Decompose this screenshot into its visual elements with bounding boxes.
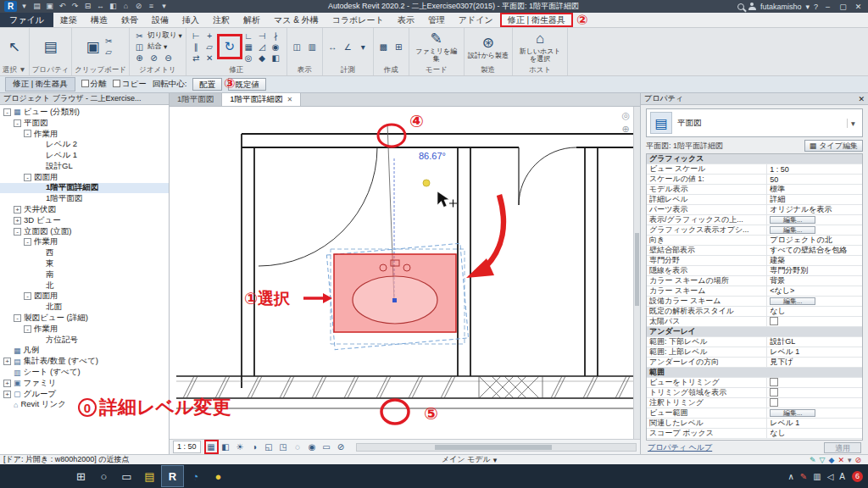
exclude-options-icon[interactable]: ✕ xyxy=(837,456,844,464)
properties-button[interactable]: ▤ xyxy=(44,39,58,55)
thin-lines-icon[interactable]: ≡ xyxy=(146,1,157,12)
chevron-down-icon[interactable]: ▾ xyxy=(847,119,859,128)
tree-item[interactable]: - 平面図 xyxy=(0,118,169,129)
vertical-scrollbar[interactable] xyxy=(633,107,640,439)
search-icon[interactable] xyxy=(737,3,744,10)
tree-item[interactable]: 南 xyxy=(0,269,169,280)
close-icon[interactable]: ✕ xyxy=(858,95,865,103)
mirror-icon[interactable]: ⇄ xyxy=(190,53,203,64)
tree-toggle-icon[interactable]: - xyxy=(14,119,21,127)
horizontal-scrollbar[interactable] xyxy=(356,443,637,452)
notification-badge[interactable]: 6 xyxy=(852,471,863,482)
tree-item[interactable]: + 天井伏図 xyxy=(0,204,169,215)
tree-item[interactable]: - 作業用 xyxy=(0,237,169,248)
place-button[interactable]: 配置 xyxy=(192,78,222,91)
app-icon[interactable]: ● xyxy=(207,465,230,487)
property-value[interactable]: 編集... xyxy=(770,409,815,417)
section-icon[interactable]: ⊘ xyxy=(133,1,144,12)
edit-family-button[interactable]: ✎ ファミリを編集 xyxy=(413,30,460,63)
tree-item[interactable]: 1階平面詳細図 xyxy=(0,183,169,194)
view-tool-2-icon[interactable]: ▥ xyxy=(306,42,319,53)
geometry-tool-1-icon[interactable]: ⊕ xyxy=(133,53,146,64)
project-browser-header[interactable]: プロジェクト ブラウザ - 二上Exercise... xyxy=(0,93,169,105)
property-value[interactable]: 編集... xyxy=(770,216,815,224)
tree-toggle-icon[interactable]: - xyxy=(24,325,31,333)
ribbon-tab[interactable]: 設備 xyxy=(145,13,175,27)
tree-item[interactable]: - 作業用 xyxy=(0,324,169,335)
tree-item[interactable]: - 図面用 xyxy=(0,291,169,302)
tree-toggle-icon[interactable]: - xyxy=(24,130,31,137)
tree-toggle-icon[interactable]: - xyxy=(14,314,21,322)
property-value[interactable]: なし xyxy=(767,306,862,317)
tree-item[interactable]: + 3D ビュー xyxy=(0,215,169,226)
property-value[interactable]: 編集... xyxy=(770,226,815,234)
search-icon[interactable]: ○ xyxy=(92,465,115,487)
tree-item[interactable]: 西 xyxy=(0,247,169,258)
ribbon-tab[interactable]: 解析 xyxy=(236,13,267,27)
steering-wheel-icon[interactable]: ◎ xyxy=(621,110,630,121)
pen-icon[interactable]: ✎ xyxy=(800,472,807,481)
copy-icon[interactable]: ▱ xyxy=(203,42,216,53)
geometry-tool-2-icon[interactable]: ⊘ xyxy=(147,53,160,64)
cut-clipboard-icon[interactable]: ✂ xyxy=(103,36,115,47)
revit-taskbar-icon[interactable]: R xyxy=(161,465,184,487)
design-to-fabrication-button[interactable]: ⊛ 設計から製造 xyxy=(468,35,509,59)
tree-item[interactable]: レベル 2 xyxy=(0,139,169,150)
select-pinned-icon[interactable]: ⊘ xyxy=(854,456,861,464)
save-icon[interactable]: ▣ xyxy=(44,1,55,12)
ribbon-tab[interactable]: マス & 外構 xyxy=(267,13,326,27)
tree-toggle-icon[interactable]: - xyxy=(14,228,21,236)
user-dropdown-icon[interactable]: ▾ xyxy=(805,3,810,11)
geometry-tool-3-icon[interactable]: ⊖ xyxy=(162,53,175,64)
crop-view-icon[interactable]: ◱ xyxy=(263,441,275,453)
tree-toggle-icon[interactable]: - xyxy=(24,292,31,300)
view-scale-button[interactable]: 1 : 50 xyxy=(173,441,201,453)
tree-toggle-icon[interactable]: - xyxy=(24,174,31,181)
tree-item[interactable]: - 図面用 xyxy=(0,172,169,183)
hide-analytical-icon[interactable]: ⊘ xyxy=(335,441,348,453)
tree-item[interactable]: - 作業用 xyxy=(0,129,169,140)
open-icon[interactable]: ▤ xyxy=(31,1,42,12)
tray-expand-icon[interactable]: ∧ xyxy=(787,472,793,481)
move-icon[interactable]: + xyxy=(203,30,216,42)
close-button[interactable]: ✕ xyxy=(853,3,864,11)
copy-clipboard-icon[interactable]: ▱ xyxy=(103,47,115,58)
tree-item[interactable]: 方位記号 xyxy=(0,335,169,346)
print-icon[interactable]: ⊟ xyxy=(82,1,93,12)
tree-item[interactable]: レベル 1 xyxy=(0,150,169,161)
minimize-button[interactable]: – xyxy=(822,3,833,11)
display-icon[interactable]: ▥ xyxy=(813,472,821,481)
property-value[interactable]: オリジナルを表示 xyxy=(767,204,862,215)
tree-item[interactable]: ▦ 凡例 xyxy=(0,346,169,357)
file-explorer-icon[interactable]: ▤ xyxy=(138,465,161,487)
ribbon-tab[interactable]: 表示 xyxy=(391,13,421,27)
edit-type-button[interactable]: ▦ タイプ編集 xyxy=(804,140,863,152)
type-selector[interactable]: ▤ 平面図 ▾ xyxy=(646,108,863,137)
unpin-icon[interactable]: ◎ xyxy=(242,53,255,64)
ribbon-tab[interactable]: 管理 xyxy=(421,13,452,27)
apply-button[interactable]: 適用 xyxy=(824,442,861,453)
array-icon[interactable]: ▦ xyxy=(242,42,255,53)
help-icon[interactable]: ? xyxy=(814,3,818,11)
pin-icon[interactable]: ◉ xyxy=(270,42,282,53)
angle-tool-icon[interactable]: ∠ xyxy=(342,42,354,53)
tree-toggle-icon[interactable]: + xyxy=(14,206,21,214)
detail-level-icon[interactable]: ▦ xyxy=(205,441,218,453)
scrollbar-thumb[interactable] xyxy=(635,233,639,306)
ribbon-tab[interactable]: ファイル xyxy=(0,13,53,27)
property-row[interactable]: スコープ ボックス なし xyxy=(647,429,862,439)
ribbon-tab[interactable]: 挿入 xyxy=(175,13,206,27)
file-menu-arrow-icon[interactable]: ▾ xyxy=(19,1,30,12)
rotate-icon[interactable]: ↻ xyxy=(220,37,239,56)
tree-toggle-icon[interactable]: + xyxy=(3,358,11,365)
delete-icon[interactable]: ✕ xyxy=(203,53,216,64)
redo-icon[interactable]: ↷ xyxy=(70,1,81,12)
offset-icon[interactable]: ∥ xyxy=(190,42,203,53)
volume-icon[interactable]: ◁ xyxy=(827,472,834,481)
view-tab[interactable]: 1階平面詳細図 ✕ xyxy=(222,93,301,106)
task-view-icon[interactable]: ▭ xyxy=(115,465,138,487)
maximize-button[interactable]: ▢ xyxy=(837,3,849,11)
chevron-down-icon[interactable]: ▾ xyxy=(357,42,370,53)
browser-icon[interactable]: ◔ xyxy=(184,465,207,487)
ribbon-tab[interactable]: 修正 | 衛生器具 ② xyxy=(500,13,573,27)
